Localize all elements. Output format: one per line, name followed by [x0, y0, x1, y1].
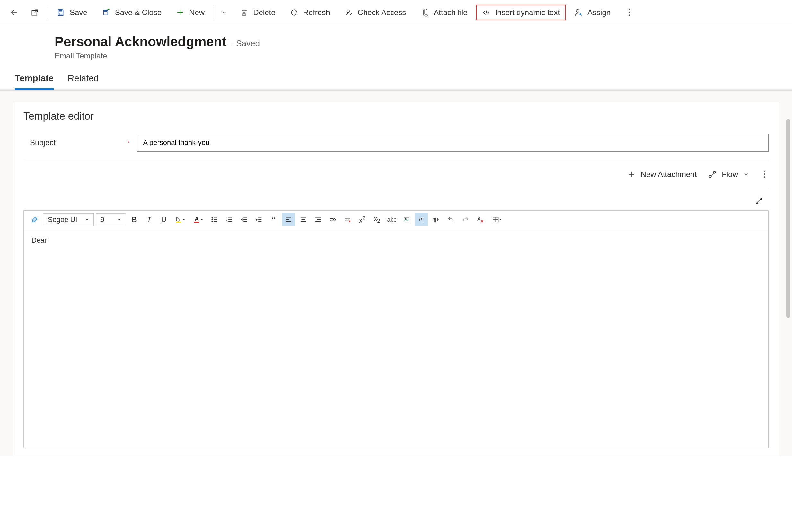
undo-icon — [447, 216, 455, 223]
undo-button[interactable] — [444, 213, 457, 226]
entity-type-label: Email Template — [55, 51, 779, 60]
refresh-icon — [290, 8, 299, 17]
command-bar: Save Save & Close New Delete Refresh — [0, 0, 792, 25]
command-overflow-button[interactable] — [625, 5, 633, 19]
flow-button[interactable]: Flow — [708, 170, 749, 179]
popout-button[interactable] — [26, 5, 44, 20]
delete-label: Delete — [253, 8, 275, 17]
bold-button[interactable]: B — [128, 213, 141, 226]
new-attachment-button[interactable]: New Attachment — [627, 170, 697, 179]
font-color-button[interactable]: A — [190, 213, 206, 226]
unlink-button[interactable] — [341, 213, 354, 226]
subject-input[interactable] — [137, 134, 769, 152]
ltr-icon: ¶ — [418, 216, 425, 223]
delete-button[interactable]: Delete — [234, 5, 281, 20]
editor-body[interactable]: Dear — [24, 229, 768, 448]
outdent-button[interactable] — [238, 213, 251, 226]
bold-icon: B — [131, 215, 137, 224]
svg-point-5 — [577, 9, 579, 12]
assign-label: Assign — [587, 8, 611, 17]
assign-button[interactable]: Assign — [568, 5, 616, 20]
font-name-select[interactable]: Segoe UI — [43, 213, 94, 226]
link-icon — [329, 216, 336, 223]
tab-related[interactable]: Related — [68, 73, 99, 89]
page-title: Personal Acknowledgment — [55, 34, 227, 50]
underline-button[interactable]: U — [157, 213, 170, 226]
insert-image-button[interactable] — [400, 213, 413, 226]
caret-down-icon — [117, 218, 121, 222]
svg-text:3: 3 — [226, 220, 227, 223]
rtl-button[interactable]: ¶ — [430, 213, 443, 226]
tab-list: Template Related — [0, 60, 792, 90]
strikethrough-button[interactable]: abc — [385, 213, 398, 226]
refresh-button[interactable]: Refresh — [284, 5, 336, 20]
svg-text:A: A — [477, 216, 481, 222]
plus-icon — [627, 170, 636, 178]
align-center-icon — [300, 216, 307, 223]
section-title: Template editor — [23, 110, 769, 122]
align-right-button[interactable] — [311, 213, 324, 226]
highlight-icon — [175, 216, 185, 224]
svg-point-11 — [212, 217, 213, 218]
superscript-icon: x2 — [359, 215, 365, 224]
clear-format-button[interactable]: A — [474, 213, 487, 226]
save-button[interactable]: Save — [51, 5, 93, 20]
insert-dynamic-label: Insert dynamic text — [495, 8, 560, 17]
link-button[interactable] — [326, 213, 339, 226]
font-size-select[interactable]: 9 — [96, 213, 126, 226]
redo-button[interactable] — [459, 213, 472, 226]
tab-template[interactable]: Template — [15, 73, 54, 89]
blockquote-button[interactable]: ” — [267, 213, 280, 226]
insert-dynamic-text-button[interactable]: Insert dynamic text — [476, 5, 565, 20]
superscript-button[interactable]: x2 — [356, 213, 369, 226]
back-button[interactable] — [5, 5, 23, 20]
check-access-label: Check Access — [358, 8, 406, 17]
image-icon — [403, 216, 410, 223]
check-access-button[interactable]: Check Access — [339, 5, 412, 20]
save-status: - Saved — [231, 39, 260, 49]
caret-down-icon — [85, 218, 89, 222]
svg-rect-2 — [59, 13, 62, 15]
vertical-scrollbar[interactable] — [786, 119, 790, 318]
strikethrough-icon: abc — [387, 216, 396, 223]
quote-icon: ” — [271, 215, 276, 225]
indent-button[interactable] — [252, 213, 265, 226]
expand-editor-button[interactable] — [753, 194, 765, 207]
new-button[interactable]: New — [170, 5, 210, 20]
highlight-button[interactable] — [172, 213, 188, 226]
svg-point-13 — [212, 221, 213, 222]
numbered-list-button[interactable]: 123 — [223, 213, 236, 226]
align-center-button[interactable] — [297, 213, 310, 226]
format-painter-button[interactable] — [28, 213, 41, 226]
align-right-icon — [314, 216, 322, 223]
subscript-icon: x2 — [374, 215, 380, 224]
attach-file-button[interactable]: Attach file — [414, 5, 473, 20]
attachment-command-bar: New Attachment Flow — [23, 161, 769, 188]
italic-button[interactable]: I — [142, 213, 155, 226]
table-button[interactable] — [489, 213, 505, 226]
svg-rect-3 — [104, 10, 107, 11]
save-icon — [56, 8, 65, 17]
attach-file-label: Attach file — [433, 8, 467, 17]
subscript-button[interactable]: x2 — [371, 213, 384, 226]
popout-icon — [30, 8, 39, 17]
ltr-button[interactable]: ¶ — [415, 213, 428, 226]
underline-icon: U — [161, 215, 166, 224]
svg-rect-8 — [176, 222, 181, 223]
assign-icon — [574, 8, 583, 17]
save-close-button[interactable]: Save & Close — [96, 5, 167, 20]
clear-format-icon: A — [477, 216, 484, 224]
svg-text:¶: ¶ — [421, 217, 424, 223]
indent-icon — [255, 216, 263, 223]
align-left-icon — [285, 216, 292, 223]
svg-point-4 — [347, 10, 349, 13]
content-area: Template editor Subject * New Attachment… — [0, 90, 792, 456]
attachment-overflow-button[interactable] — [760, 167, 769, 181]
save-close-icon — [101, 8, 111, 17]
refresh-label: Refresh — [303, 8, 330, 17]
subject-field-row: Subject * — [23, 131, 769, 161]
bullet-list-button[interactable] — [208, 213, 221, 226]
new-label: New — [189, 8, 205, 17]
new-chevron-button[interactable] — [217, 5, 231, 20]
align-left-button[interactable] — [282, 213, 295, 226]
